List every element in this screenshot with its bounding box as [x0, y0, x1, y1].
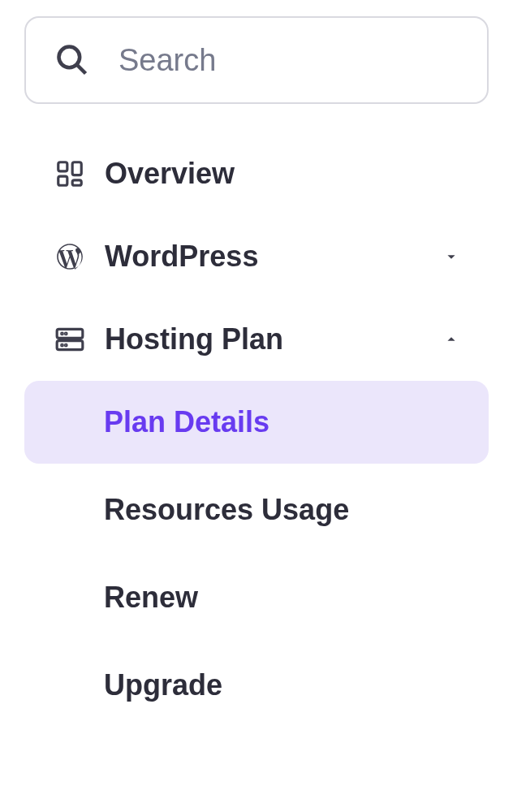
nav-item-overview[interactable]: Overview: [24, 132, 489, 215]
chevron-up-icon: [442, 330, 460, 348]
svg-point-0: [59, 47, 80, 68]
svg-line-1: [77, 65, 86, 74]
server-icon: [53, 324, 87, 355]
sub-item-renew[interactable]: Renew: [24, 556, 489, 639]
wordpress-icon: [53, 241, 87, 272]
nav-label-hosting-plan: Hosting Plan: [105, 322, 442, 356]
svg-rect-5: [72, 180, 81, 185]
sub-label-upgrade: Upgrade: [104, 668, 222, 702]
svg-rect-2: [58, 162, 67, 171]
sub-label-renew: Renew: [104, 581, 198, 615]
svg-point-9: [65, 333, 67, 335]
nav-item-wordpress[interactable]: WordPress: [24, 215, 489, 298]
sub-label-resources-usage: Resources Usage: [104, 493, 349, 527]
svg-rect-4: [58, 176, 67, 185]
svg-point-10: [62, 344, 63, 346]
sub-item-resources-usage[interactable]: Resources Usage: [24, 469, 489, 551]
nav-label-wordpress: WordPress: [105, 240, 442, 274]
search-container[interactable]: [24, 16, 489, 104]
overview-icon: [53, 158, 87, 189]
sub-item-upgrade[interactable]: Upgrade: [24, 644, 489, 727]
nav-label-overview: Overview: [105, 157, 460, 191]
nav-item-hosting-plan[interactable]: Hosting Plan: [24, 298, 489, 381]
search-input[interactable]: [119, 43, 459, 78]
sub-item-plan-details[interactable]: Plan Details: [24, 381, 489, 464]
sub-label-plan-details: Plan Details: [104, 405, 269, 439]
svg-rect-3: [72, 162, 81, 175]
chevron-down-icon: [442, 248, 460, 266]
svg-point-8: [62, 333, 63, 335]
search-icon: [54, 42, 90, 78]
svg-point-11: [65, 344, 67, 346]
